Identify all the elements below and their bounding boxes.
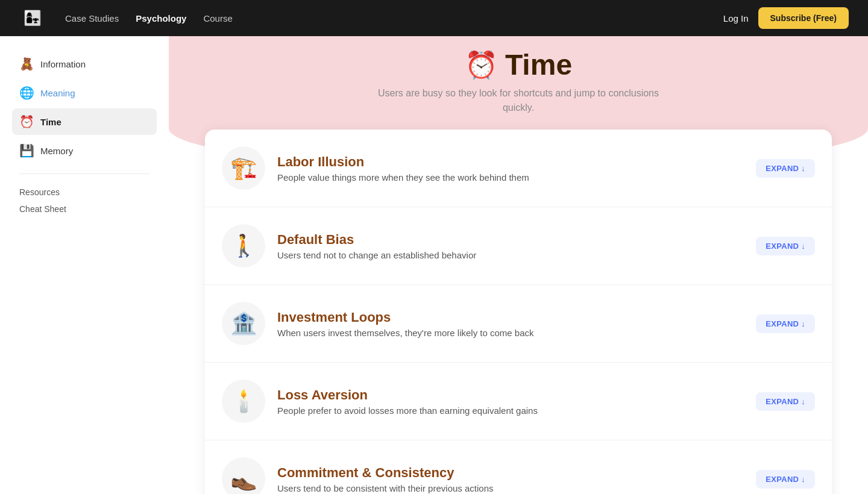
main-layout: 🧸 Information 🌐 Meaning ⏰ Time 💾 Memory …: [0, 36, 868, 494]
content-inner: ⏰ Time Users are busy so they look for s…: [169, 36, 868, 494]
commitment-consistency-desc: Users tend to be consistent with their p…: [277, 483, 744, 493]
sidebar-item-time[interactable]: ⏰ Time: [12, 108, 157, 135]
nav-psychology[interactable]: Psychology: [136, 13, 186, 23]
investment-loops-text: Investment Loops When users invest thems…: [277, 310, 744, 338]
investment-loops-title: Investment Loops: [277, 310, 744, 325]
navbar-right: Log In Subscribe (Free): [723, 7, 849, 29]
sidebar-item-memory-label: Memory: [40, 146, 73, 156]
nav-case-studies[interactable]: Case Studies: [65, 13, 119, 23]
page-title: ⏰ Time: [205, 48, 832, 81]
default-bias-text: Default Bias Users tend not to change an…: [277, 232, 744, 260]
commitment-consistency-icon-wrap: 👞: [222, 457, 265, 494]
navbar-left: 👩‍👧 Case Studies Psychology Course: [19, 5, 233, 31]
loss-aversion-icon-wrap: 🕯️: [222, 380, 265, 423]
logo-emoji: 👩‍👧: [24, 10, 42, 27]
investment-loops-expand[interactable]: EXPAND ↓: [756, 314, 815, 333]
page-header: ⏰ Time Users are busy so they look for s…: [205, 48, 832, 115]
commitment-consistency-text: Commitment & Consistency Users tend to b…: [277, 465, 744, 493]
nav-links: Case Studies Psychology Course: [65, 13, 233, 23]
commitment-consistency-icon: 👞: [230, 466, 257, 492]
labor-illusion-text: Labor Illusion People value things more …: [277, 154, 744, 183]
card-investment-loops: 🏦 Investment Loops When users invest the…: [205, 285, 832, 363]
commitment-consistency-expand[interactable]: EXPAND ↓: [756, 470, 815, 489]
default-bias-expand[interactable]: EXPAND ↓: [756, 237, 815, 255]
content-area: ⏰ Time Users are busy so they look for s…: [169, 36, 868, 494]
time-icon: ⏰: [19, 114, 34, 129]
meaning-icon: 🌐: [19, 86, 34, 100]
loss-aversion-desc: People prefer to avoid losses more than …: [277, 405, 744, 416]
investment-loops-desc: When users invest themselves, they're mo…: [277, 328, 744, 338]
loss-aversion-icon: 🕯️: [230, 389, 257, 414]
title-emoji: ⏰: [465, 49, 498, 81]
sidebar-item-memory[interactable]: 💾 Memory: [12, 137, 157, 164]
loss-aversion-title: Loss Aversion: [277, 387, 744, 403]
card-default-bias: 🚶 Default Bias Users tend not to change …: [205, 207, 832, 285]
sidebar-item-meaning[interactable]: 🌐 Meaning: [12, 80, 157, 106]
card-labor-illusion: 🏗️ Labor Illusion People value things mo…: [205, 130, 832, 207]
login-button[interactable]: Log In: [723, 13, 749, 23]
sidebar-cheat-sheet[interactable]: Cheat Sheet: [12, 201, 157, 217]
cards-list: 🏗️ Labor Illusion People value things mo…: [205, 130, 832, 494]
card-commitment-consistency: 👞 Commitment & Consistency Users tend to…: [205, 440, 832, 494]
sidebar-resources[interactable]: Resources: [12, 184, 157, 201]
default-bias-icon-wrap: 🚶: [222, 224, 265, 267]
sidebar-item-time-label: Time: [40, 117, 61, 127]
sidebar: 🧸 Information 🌐 Meaning ⏰ Time 💾 Memory …: [0, 36, 169, 494]
subscribe-button[interactable]: Subscribe (Free): [758, 7, 849, 29]
card-loss-aversion: 🕯️ Loss Aversion People prefer to avoid …: [205, 363, 832, 440]
investment-loops-icon-wrap: 🏦: [222, 302, 265, 345]
default-bias-title: Default Bias: [277, 232, 744, 248]
investment-loops-icon: 🏦: [230, 311, 257, 336]
sidebar-item-information-label: Information: [40, 59, 86, 69]
information-icon: 🧸: [19, 57, 34, 71]
nav-course[interactable]: Course: [203, 13, 232, 23]
loss-aversion-text: Loss Aversion People prefer to avoid los…: [277, 387, 744, 416]
default-bias-desc: Users tend not to change an established …: [277, 250, 744, 260]
commitment-consistency-title: Commitment & Consistency: [277, 465, 744, 481]
sidebar-item-meaning-label: Meaning: [40, 88, 75, 98]
title-text: Time: [505, 48, 572, 81]
memory-icon: 💾: [19, 143, 34, 158]
labor-illusion-desc: People value things more when they see t…: [277, 172, 744, 183]
page-subtitle: Users are busy so they look for shortcut…: [368, 86, 669, 115]
labor-illusion-icon: 🏗️: [230, 155, 257, 181]
labor-illusion-expand[interactable]: EXPAND ↓: [756, 159, 815, 178]
sidebar-item-information[interactable]: 🧸 Information: [12, 51, 157, 77]
logo[interactable]: 👩‍👧: [19, 5, 46, 31]
labor-illusion-icon-wrap: 🏗️: [222, 146, 265, 190]
sidebar-divider: [19, 174, 149, 174]
labor-illusion-title: Labor Illusion: [277, 154, 744, 170]
navbar: 👩‍👧 Case Studies Psychology Course Log I…: [0, 0, 868, 36]
loss-aversion-expand[interactable]: EXPAND ↓: [756, 392, 815, 411]
default-bias-icon: 🚶: [230, 233, 257, 258]
